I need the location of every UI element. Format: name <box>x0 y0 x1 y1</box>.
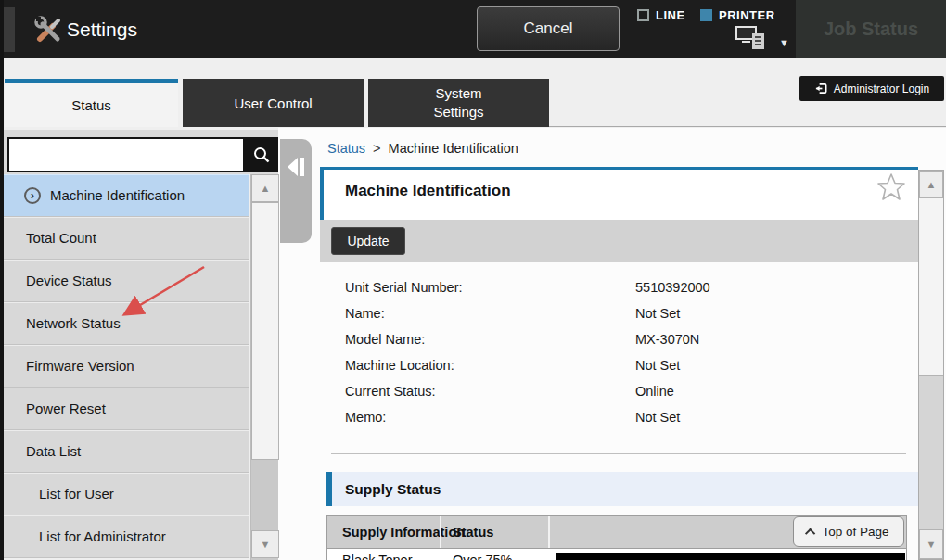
sidebar-scroll-down-button[interactable]: ▼ <box>251 530 279 558</box>
cancel-button[interactable]: Cancel <box>477 6 620 51</box>
sidebar-item-data-list[interactable]: Data List <box>4 430 249 473</box>
settings-screen: Settings Cancel LINE PRINTER ▼ Job Statu… <box>0 0 946 560</box>
main-scrollbar-thumb[interactable] <box>919 198 943 376</box>
sidebar-scroll-up-button[interactable]: ▲ <box>251 174 279 202</box>
field-value: Online <box>635 384 674 399</box>
breadcrumb-status-link[interactable]: Status <box>327 141 365 156</box>
annotation-arrow <box>113 260 210 323</box>
field-label: Machine Location: <box>345 358 635 373</box>
collapse-panel-icon <box>287 156 305 178</box>
tab-status[interactable]: Status <box>5 79 178 127</box>
breadcrumb-separator: > <box>373 141 380 156</box>
tab-user-control[interactable]: User Control <box>183 79 364 127</box>
supply-status-value: Over 75% <box>453 553 512 560</box>
sidebar-item-total-count[interactable]: Total Count <box>4 217 249 260</box>
search-icon <box>252 146 271 164</box>
breadcrumb-current: Machine Identification <box>389 141 518 156</box>
tab-underline <box>549 126 946 127</box>
field-row: Unit Serial Number: 5510392000 <box>345 274 901 300</box>
administrator-login-button[interactable]: Administrator Login <box>799 76 944 101</box>
field-value: Not Set <box>635 410 680 425</box>
printer-status: PRINTER <box>700 7 775 22</box>
column-header-supply-information: Supply Information <box>342 516 465 548</box>
column-divider <box>548 516 550 548</box>
sidebar-scrollbar[interactable]: ▲ ▼ <box>250 174 278 560</box>
printer-dropdown-caret-icon[interactable]: ▼ <box>779 37 789 48</box>
settings-wrench-icon <box>33 15 63 45</box>
scroll-down-icon: ▼ <box>927 539 937 550</box>
field-value: Not Set <box>635 358 680 373</box>
field-label: Memo: <box>345 410 635 425</box>
field-row: Name: Not Set <box>345 300 901 326</box>
sidebar-item-firmware-version[interactable]: Firmware Version <box>4 345 249 388</box>
administrator-login-label: Administrator Login <box>834 83 929 95</box>
machine-info-fields: Unit Serial Number: 5510392000 Name: Not… <box>345 274 901 430</box>
favorite-star-icon[interactable] <box>877 172 905 202</box>
line-label: LINE <box>656 8 685 22</box>
field-label: Unit Serial Number: <box>345 280 635 295</box>
topbar-accent <box>4 7 15 52</box>
printer-network-icon[interactable] <box>735 25 772 53</box>
sidebar-scrollbar-thumb[interactable] <box>251 202 279 460</box>
scroll-down-icon: ▼ <box>261 539 271 550</box>
scroll-up-icon: ▲ <box>261 183 271 194</box>
top-bar: Settings Cancel LINE PRINTER ▼ Job Statu… <box>0 0 946 58</box>
page-title: Machine Identification <box>345 182 511 200</box>
left-edge-strip <box>0 0 4 560</box>
sidebar-collapse-handle[interactable] <box>280 139 312 243</box>
sidebar-item-power-reset[interactable]: Power Reset <box>4 388 249 430</box>
scroll-up-icon: ▲ <box>927 179 937 190</box>
section-divider <box>331 453 906 454</box>
main-scroll-down-button[interactable]: ▼ <box>919 529 943 559</box>
job-status-button[interactable]: Job Status <box>796 0 946 58</box>
login-icon <box>814 82 828 95</box>
top-of-page-button[interactable]: Top of Page <box>793 516 904 547</box>
column-divider <box>440 516 441 548</box>
toner-level-bar <box>556 553 905 560</box>
main-scroll-up-button[interactable]: ▲ <box>919 171 943 198</box>
printer-label: PRINTER <box>719 8 775 22</box>
supply-accent-bar <box>326 472 332 506</box>
chevron-up-icon <box>805 528 815 538</box>
printer-indicator-icon <box>700 9 712 21</box>
breadcrumb: Status > Machine Identification <box>327 141 518 156</box>
field-row: Model Name: MX-3070N <box>345 326 901 352</box>
sidebar-item-list-for-administrator[interactable]: List for Administrator <box>4 515 249 558</box>
tab-system-settings[interactable]: System Settings <box>368 79 549 127</box>
field-value: MX-3070N <box>635 332 699 347</box>
supply-table-row: Black Toner Over 75% <box>326 549 907 560</box>
field-row: Memo: Not Set <box>345 404 901 430</box>
field-row: Current Status: Online <box>345 378 901 404</box>
supply-status-header: Supply Status <box>326 472 918 506</box>
supply-status-title: Supply Status <box>345 472 441 506</box>
field-value: Not Set <box>635 306 680 321</box>
search-button[interactable] <box>245 137 278 172</box>
main-scrollbar[interactable]: ▲ ▼ <box>918 170 944 560</box>
update-button[interactable]: Update <box>331 227 405 255</box>
line-indicator-icon <box>637 9 649 21</box>
update-toolbar <box>320 220 918 262</box>
field-label: Model Name: <box>345 332 635 347</box>
field-value: 5510392000 <box>635 280 710 295</box>
line-status: LINE <box>637 7 685 22</box>
supply-name: Black Toner <box>342 553 413 560</box>
field-label: Name: <box>345 306 635 321</box>
sidebar-item-machine-identification[interactable]: › Machine Identification <box>4 174 249 217</box>
app-title: Settings <box>67 0 137 58</box>
sidebar-item-list-for-user[interactable]: List for User <box>4 473 249 515</box>
top-of-page-label: Top of Page <box>822 525 888 539</box>
field-label: Current Status: <box>345 384 635 399</box>
field-row: Machine Location: Not Set <box>345 352 901 378</box>
column-header-status: Status <box>453 516 493 548</box>
chevron-circle-icon: › <box>24 187 41 204</box>
search-input[interactable] <box>7 137 245 172</box>
